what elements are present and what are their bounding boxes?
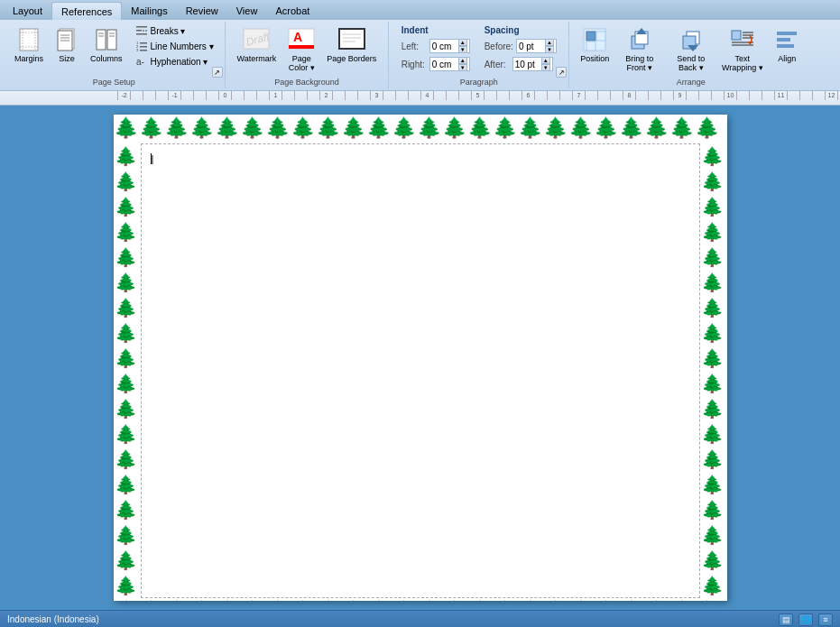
page-background-group: Draft Watermark A PageColor ▾ <box>226 22 390 88</box>
spacing-after-down[interactable]: ▼ <box>541 64 550 71</box>
breaks-button[interactable]: Breaks ▾ <box>132 23 217 38</box>
columns-button[interactable]: Columns <box>87 23 126 65</box>
language-indicator: Indonesian (Indonesia) <box>7 614 99 624</box>
line-numbers-icon: 1 2 3 <box>135 40 148 52</box>
bring-to-front-label: Bring toFront ▾ <box>625 54 653 72</box>
send-to-back-button[interactable]: Send toBack ▾ <box>666 23 715 74</box>
spacing-before-up[interactable]: ▲ <box>545 39 554 46</box>
border-left: 🌲🌲🌲🌲🌲🌲🌲🌲🌲🌲🌲🌲🌲🌲🌲🌲🌲🌲 <box>114 143 141 598</box>
page-borders-button[interactable]: Page Borders <box>322 23 381 65</box>
breaks-icon <box>135 24 148 37</box>
indent-left-value: 0 cm <box>432 41 458 51</box>
border-top: 🌲🌲🌲🌲🌲🌲🌲🌲🌲🌲🌲🌲🌲🌲🌲🌲🌲🌲🌲🌲🌲🌲🌲🌲 <box>114 115 727 143</box>
align-label: Align <box>778 54 796 63</box>
paragraph-expand[interactable]: ↗ <box>556 67 567 78</box>
svg-rect-39 <box>586 41 595 51</box>
align-button[interactable]: Align <box>769 23 805 65</box>
right-label: Right: <box>402 60 427 69</box>
page-content[interactable]: | <box>141 143 700 598</box>
status-bar-right: ▤ 🌐 ≡ <box>779 613 833 626</box>
paragraph-group-label: Paragraph <box>389 78 568 87</box>
tab-references[interactable]: References <box>51 2 122 20</box>
spacing-after-up[interactable]: ▲ <box>541 57 550 64</box>
paragraph-group: Indent Left: 0 cm ▲ ▼ <box>389 22 569 88</box>
svg-rect-17 <box>136 30 142 32</box>
page-setup-expand[interactable]: ↗ <box>212 67 223 78</box>
margins-button[interactable]: Margins <box>11 23 47 65</box>
left-label: Left: <box>402 41 427 51</box>
document-area: 🌲🌲🌲🌲🌲🌲🌲🌲🌲🌲🌲🌲🌲🌲🌲🌲🌲🌲🌲🌲🌲🌲🌲🌲 🌲🌲🌲🌲🌲🌲🌲🌲🌲🌲🌲🌲🌲🌲🌲… <box>0 106 840 610</box>
svg-rect-16 <box>136 26 147 28</box>
indent-right-down[interactable]: ▼ <box>458 64 467 71</box>
page-middle-section: 🌲🌲🌲🌲🌲🌲🌲🌲🌲🌲🌲🌲🌲🌲🌲🌲🌲🌲 | 🌲🌲🌲🌲🌲🌲🌲🌲🌲🌲🌲🌲🌲🌲🌲🌲🌲🌲 <box>114 143 727 598</box>
line-numbers-button[interactable]: 1 2 3 Line Numbers ▾ <box>132 39 217 53</box>
indent-right-input[interactable]: 0 cm ▲ ▼ <box>429 57 470 71</box>
position-icon <box>580 25 609 54</box>
hyphenation-button[interactable]: a- Hyphenation ▾ <box>132 54 217 69</box>
breaks-label: Breaks ▾ <box>151 26 186 36</box>
svg-rect-11 <box>107 30 116 50</box>
svg-text:a-: a- <box>136 57 144 67</box>
watermark-button[interactable]: Draft Watermark <box>233 23 282 65</box>
size-button[interactable]: Size <box>49 23 85 65</box>
page-color-icon: A <box>287 25 316 54</box>
tab-view[interactable]: View <box>227 2 267 20</box>
watermark-icon: Draft <box>242 25 271 54</box>
svg-rect-46 <box>732 31 741 40</box>
hyphenation-label: Hyphenation ▾ <box>151 57 208 67</box>
indent-left-down[interactable]: ▼ <box>458 46 467 53</box>
line-numbers-label: Line Numbers ▾ <box>151 41 214 51</box>
text-wrapping-label: TextWrapping ▾ <box>722 54 763 72</box>
page-setup-group-label: Page Setup <box>4 78 225 87</box>
bring-to-front-icon <box>625 25 654 54</box>
spacing-before-down[interactable]: ▼ <box>545 46 554 53</box>
arrange-group: Position Bring toFront <box>569 22 812 88</box>
align-icon <box>772 25 801 54</box>
page-borders-label: Page Borders <box>327 54 376 63</box>
page-background-group-label: Page Background <box>226 78 389 87</box>
tab-layout[interactable]: Layout <box>4 2 51 20</box>
svg-rect-30 <box>289 45 314 49</box>
spacing-label: Spacing <box>485 25 557 35</box>
view-normal-button[interactable]: ▤ <box>779 613 793 626</box>
border-bottom: 🌲🌲🌲🌲🌲🌲🌲🌲🌲🌲🌲🌲🌲🌲🌲🌲🌲🌲🌲🌲🌲🌲🌲🌲 <box>114 598 727 601</box>
svg-text:A: A <box>293 30 302 44</box>
position-button[interactable]: Position <box>577 23 613 65</box>
size-label: Size <box>59 54 75 63</box>
before-label: Before: <box>485 41 513 51</box>
indent-left-input[interactable]: 0 cm ▲ ▼ <box>429 39 470 53</box>
text-wrapping-icon <box>728 25 757 54</box>
tab-review[interactable]: Review <box>177 2 227 20</box>
bring-to-front-button[interactable]: Bring toFront ▾ <box>614 23 664 74</box>
tab-acrobat[interactable]: Acrobat <box>266 2 318 20</box>
columns-label: Columns <box>90 54 123 63</box>
status-bar: Indonesian (Indonesia) ▤ 🌐 ≡ <box>0 610 840 627</box>
ribbon: Layout References Mailings Review View A… <box>0 0 840 91</box>
view-web-button[interactable]: 🌐 <box>798 613 813 626</box>
svg-rect-32 <box>339 29 365 49</box>
page-color-button[interactable]: A PageColor ▾ <box>282 23 320 74</box>
border-right: 🌲🌲🌲🌲🌲🌲🌲🌲🌲🌲🌲🌲🌲🌲🌲🌲🌲🌲 <box>700 143 727 598</box>
spacing-before-input[interactable]: 0 pt ▲ ▼ <box>516 39 557 53</box>
indent-right-up[interactable]: ▲ <box>458 57 467 64</box>
spacing-after-input[interactable]: 10 pt ▲ ▼ <box>512 57 553 71</box>
svg-rect-54 <box>777 38 790 41</box>
view-outline-button[interactable]: ≡ <box>818 613 833 626</box>
margins-icon <box>14 25 43 54</box>
hyphenation-icon: a- <box>135 55 148 68</box>
svg-rect-10 <box>97 30 106 50</box>
send-to-back-label: Send toBack ▾ <box>677 54 705 72</box>
text-wrapping-button[interactable]: TextWrapping ▾ <box>717 23 767 74</box>
page-color-label: PageColor ▾ <box>289 54 315 72</box>
indent-left-up[interactable]: ▲ <box>458 39 467 46</box>
svg-rect-37 <box>586 32 595 41</box>
document-page[interactable]: 🌲🌲🌲🌲🌲🌲🌲🌲🌲🌲🌲🌲🌲🌲🌲🌲🌲🌲🌲🌲🌲🌲🌲🌲 🌲🌲🌲🌲🌲🌲🌲🌲🌲🌲🌲🌲🌲🌲🌲… <box>114 115 727 601</box>
svg-rect-23 <box>140 42 147 44</box>
margins-label: Margins <box>14 54 43 63</box>
spacing-after-value: 10 pt <box>515 60 541 69</box>
svg-rect-19 <box>136 33 147 35</box>
cursor: | <box>151 153 154 164</box>
tab-mailings[interactable]: Mailings <box>122 2 176 20</box>
indent-right-value: 0 cm <box>432 60 458 69</box>
ribbon-content: Margins Size <box>0 20 840 90</box>
